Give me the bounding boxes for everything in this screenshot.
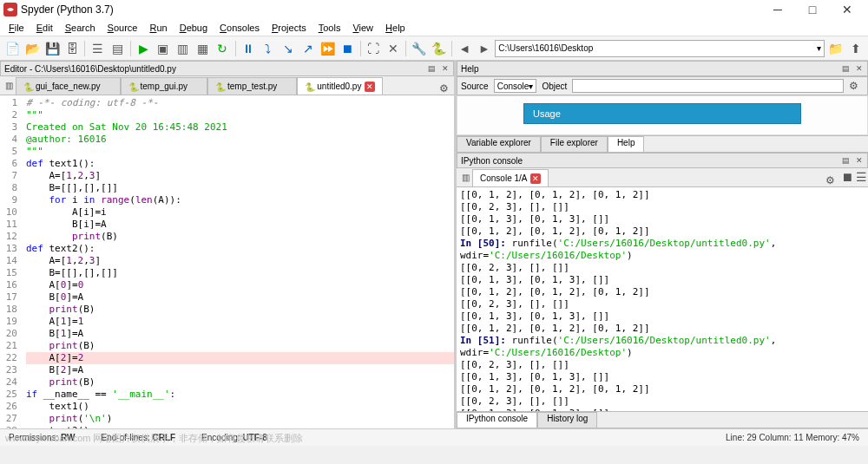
menu-consoles[interactable]: Consoles xyxy=(214,21,265,35)
editor-tabs: ▥ 🐍gui_face_new.py🐍temp_gui.py🐍temp_test… xyxy=(0,76,454,95)
pane-close-icon[interactable]: ✕ xyxy=(853,154,865,167)
working-dir-input[interactable]: C:\Users\16016\Desktop▾ xyxy=(495,40,825,57)
stop-icon[interactable]: ⏹ xyxy=(840,167,854,186)
main-toolbar: 📄 📂 💾 🗄 ☰ ▤ ▶ ▣ ▥ ▦ ↻ ⏸ ⤵ ↘ ↗ ⏩ ⏹ ⛶ ✕ 🔧 … xyxy=(0,36,868,61)
python-file-icon: 🐍 xyxy=(215,82,224,91)
watermark-text: www.toymoban.com 网络图片仅供展示，非存储，如有侵权请联系删除 xyxy=(5,432,303,445)
rerun-icon[interactable]: ↻ xyxy=(214,39,232,58)
list-icon[interactable]: ☰ xyxy=(89,39,107,58)
console-tab[interactable]: Console 1/A✕ xyxy=(472,169,549,186)
console-subtab[interactable]: IPython console xyxy=(457,412,537,428)
close-button[interactable]: ✕ xyxy=(830,3,865,16)
parent-dir-icon[interactable]: ⬆ xyxy=(846,39,865,58)
menu-view[interactable]: View xyxy=(347,21,378,35)
tab-list-icon[interactable]: ▥ xyxy=(458,167,472,186)
forward-icon[interactable]: ► xyxy=(476,39,494,58)
gear-icon[interactable]: ⚙ xyxy=(849,80,858,92)
back-icon[interactable]: ◄ xyxy=(456,39,474,58)
run-cell-advance-icon[interactable]: ▥ xyxy=(174,39,192,58)
titlebar: Spyder (Python 3.7) ─ □ ✕ xyxy=(0,0,868,19)
close-icon[interactable]: ✕ xyxy=(530,173,541,184)
maximize-pane-icon[interactable]: ⛶ xyxy=(365,39,383,58)
debug-icon[interactable]: ⏸ xyxy=(240,39,258,58)
pane-close-icon[interactable]: ✕ xyxy=(853,62,865,75)
editor-tab[interactable]: 🐍temp_gui.py xyxy=(121,77,207,95)
help-subtab[interactable]: Variable explorer xyxy=(457,136,541,152)
editor-pane-title: Editor - C:\Users\16016\Desktop\untitled… xyxy=(0,61,454,76)
tab-list-icon[interactable]: ▥ xyxy=(2,75,16,95)
gear-icon[interactable]: ⚙ xyxy=(825,174,835,186)
step-icon[interactable]: ⤵ xyxy=(260,39,278,58)
editor-tab[interactable]: 🐍untitled0.py✕ xyxy=(297,77,383,95)
ipython-console[interactable]: [[0, 1, 2], [0, 1, 2], [0, 1, 2]][[0, 2,… xyxy=(457,187,868,411)
console-subtabs: IPython consoleHistory log xyxy=(457,411,868,428)
minimize-button[interactable]: ─ xyxy=(760,3,795,16)
stop-debug-icon[interactable]: ⏹ xyxy=(339,39,357,58)
menu-help[interactable]: Help xyxy=(380,21,411,35)
menu-run[interactable]: Run xyxy=(144,21,172,35)
step-out-icon[interactable]: ↗ xyxy=(299,39,317,58)
console-tabs: ▥ Console 1/A✕ ⚙ ⏹ ☰ xyxy=(457,168,868,187)
menubar: FileEditSearchSourceRunDebugConsolesProj… xyxy=(0,19,868,36)
new-file-icon[interactable]: 📄 xyxy=(3,39,22,58)
step-into-icon[interactable]: ↘ xyxy=(279,39,297,58)
run-icon[interactable]: ▶ xyxy=(135,39,153,58)
continue-icon[interactable]: ⏩ xyxy=(319,39,337,58)
help-source-combo[interactable]: Console ▾ xyxy=(494,79,537,93)
help-toolbar: Source Console ▾ Object ⚙ xyxy=(457,76,868,95)
help-subtab[interactable]: File explorer xyxy=(541,136,608,152)
code-editor[interactable]: 1234567891011121314151617181920212223242… xyxy=(0,95,454,428)
menu-file[interactable]: File xyxy=(3,21,30,35)
gear-icon[interactable]: ⚙ xyxy=(439,82,449,95)
fullscreen-icon[interactable]: ✕ xyxy=(384,39,402,58)
open-file-icon[interactable]: 📂 xyxy=(23,39,42,58)
menu-projects[interactable]: Projects xyxy=(266,21,312,35)
python-file-icon: 🐍 xyxy=(128,82,137,91)
close-icon[interactable]: ✕ xyxy=(365,82,375,92)
help-subtab[interactable]: Help xyxy=(608,136,645,152)
maximize-button[interactable]: □ xyxy=(795,3,830,16)
help-pane-title: Help ▤✕ xyxy=(457,61,868,76)
ipython-pane-title: IPython console ▤✕ xyxy=(457,153,868,168)
menu-source[interactable]: Source xyxy=(102,21,143,35)
prefs-icon[interactable]: 🔧 xyxy=(410,39,428,58)
run-cell-icon[interactable]: ▣ xyxy=(155,39,173,58)
save-icon[interactable]: 💾 xyxy=(43,39,62,58)
pane-options-icon[interactable]: ▤ xyxy=(425,62,437,75)
menu-debug[interactable]: Debug xyxy=(174,21,213,35)
run-selection-icon[interactable]: ▦ xyxy=(194,39,212,58)
editor-tab[interactable]: 🐍temp_test.py xyxy=(207,77,297,95)
spyder-logo-icon xyxy=(3,3,17,16)
python-file-icon: 🐍 xyxy=(23,82,32,91)
editor-tab[interactable]: 🐍gui_face_new.py xyxy=(16,77,121,95)
usage-panel: Usage xyxy=(523,103,801,124)
python-path-icon[interactable]: 🐍 xyxy=(430,39,448,58)
browse-dir-icon[interactable]: 📁 xyxy=(826,39,845,58)
menu-tools[interactable]: Tools xyxy=(313,21,346,35)
config-icon[interactable]: ▤ xyxy=(108,39,127,58)
pane-close-icon[interactable]: ✕ xyxy=(439,62,451,75)
window-title: Spyder (Python 3.7) xyxy=(21,3,760,16)
help-object-input[interactable] xyxy=(572,79,844,93)
python-file-icon: 🐍 xyxy=(305,82,313,91)
console-subtab[interactable]: History log xyxy=(537,412,597,428)
pane-options-icon[interactable]: ▤ xyxy=(839,154,852,167)
pane-options-icon[interactable]: ▤ xyxy=(839,62,852,75)
options-icon[interactable]: ☰ xyxy=(854,167,868,186)
save-all-icon[interactable]: 🗄 xyxy=(62,39,81,58)
menu-edit[interactable]: Edit xyxy=(31,21,58,35)
help-subtabs: Variable explorerFile explorerHelp xyxy=(457,135,868,153)
menu-search[interactable]: Search xyxy=(60,21,101,35)
